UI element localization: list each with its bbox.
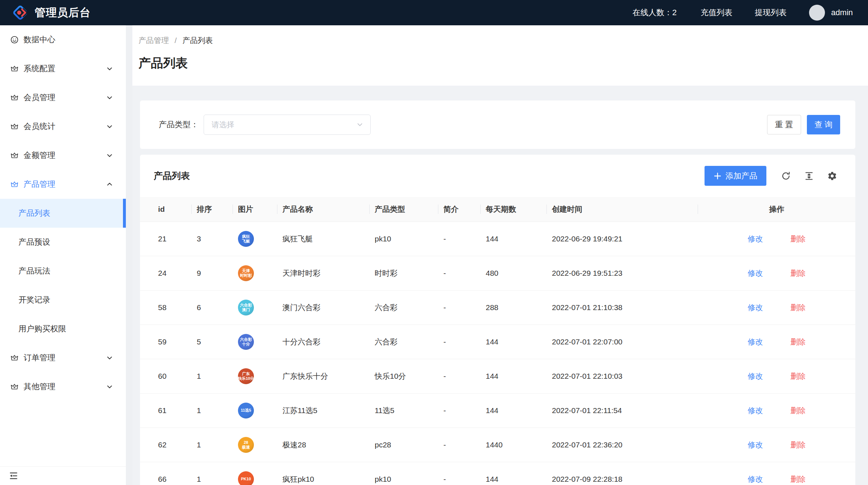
delete-link[interactable]: 删除 xyxy=(791,441,806,449)
density-icon[interactable] xyxy=(804,171,814,181)
edit-link[interactable]: 修改 xyxy=(748,406,763,415)
edit-link[interactable]: 修改 xyxy=(748,303,763,312)
column-header: 产品名称 xyxy=(277,197,370,222)
table-body: 213疯狂飞艇疯狂飞艇pk10-1442022-06-29 19:49:21修改… xyxy=(140,222,855,485)
sidebar-subitem-user-purchase-permission[interactable]: 用户购买权限 xyxy=(0,314,126,343)
product-table: id排序图片产品名称产品类型简介每天期数创建时间操作 213疯狂飞艇疯狂飞艇pk… xyxy=(140,197,855,485)
cell-intro: - xyxy=(438,462,481,485)
product-image: 六合彩十分 xyxy=(238,334,254,350)
sidebar-subitem-product-play[interactable]: 产品玩法 xyxy=(0,257,126,286)
cell-type: 11选5 xyxy=(370,393,438,428)
chevron-down-icon xyxy=(106,354,114,362)
column-header: 创建时间 xyxy=(547,197,698,222)
sidebar-item-other-management[interactable]: 其他管理 xyxy=(0,372,126,401)
edit-link[interactable]: 修改 xyxy=(748,338,763,346)
app-title: 管理员后台 xyxy=(35,5,91,20)
crown-icon xyxy=(10,93,19,102)
product-image: 11选5 xyxy=(238,403,254,419)
cell-actions: 修改删除 xyxy=(698,325,855,359)
recharge-list-link[interactable]: 充值列表 xyxy=(701,7,732,18)
sidebar-item-member-management[interactable]: 会员管理 xyxy=(0,83,126,112)
sidebar-subitem-product-presets[interactable]: 产品预设 xyxy=(0,228,126,257)
cell-actions: 修改删除 xyxy=(698,290,855,325)
cell-created: 2022-06-29 19:51:23 xyxy=(547,256,698,290)
search-button[interactable]: 查 询 xyxy=(807,115,840,134)
edit-link[interactable]: 修改 xyxy=(748,235,763,243)
user-menu[interactable]: admin xyxy=(809,5,853,21)
reset-button[interactable]: 重 置 xyxy=(767,115,801,134)
brand[interactable]: 管理员后台 xyxy=(12,4,91,21)
cell-id: 59 xyxy=(140,325,192,359)
add-product-button[interactable]: 添加产品 xyxy=(705,166,766,186)
select-placeholder: 请选择 xyxy=(212,120,234,130)
crown-icon xyxy=(10,151,19,160)
settings-gear-icon[interactable] xyxy=(827,171,837,181)
edit-link[interactable]: 修改 xyxy=(748,441,763,449)
delete-link[interactable]: 删除 xyxy=(791,406,806,415)
sidebar-subitem-product-list[interactable]: 产品列表 xyxy=(0,199,126,228)
crown-icon xyxy=(10,180,19,189)
delete-link[interactable]: 删除 xyxy=(791,235,806,243)
edit-link[interactable]: 修改 xyxy=(748,475,763,483)
cell-actions: 修改删除 xyxy=(698,462,855,485)
cell-created: 2022-07-01 22:10:03 xyxy=(547,359,698,393)
edit-link[interactable]: 修改 xyxy=(748,269,763,277)
cell-image: 六合彩澳门 xyxy=(233,290,277,325)
cell-image: 广东快乐10分 xyxy=(233,359,277,393)
sidebar-item-system-config[interactable]: 系统配置 xyxy=(0,54,126,83)
delete-link[interactable]: 删除 xyxy=(791,475,806,483)
column-header: 图片 xyxy=(233,197,277,222)
chevron-down-icon xyxy=(106,123,114,130)
sidebar-subitem-lottery-records[interactable]: 开奖记录 xyxy=(0,286,126,314)
cell-actions: 修改删除 xyxy=(698,359,855,393)
table-card-header: 产品列表 添加产品 xyxy=(140,155,855,197)
sidebar-scrollbar[interactable] xyxy=(126,25,132,485)
cell-intro: - xyxy=(438,325,481,359)
sidebar-item-order-management[interactable]: 订单管理 xyxy=(0,343,126,372)
sidebar-item-label: 其他管理 xyxy=(24,381,106,392)
cell-periods: 144 xyxy=(481,222,547,256)
cell-actions: 修改删除 xyxy=(698,393,855,428)
sidebar-item-product-management[interactable]: 产品管理 xyxy=(0,170,126,199)
sidebar-menu: 数据中心系统配置会员管理会员统计金额管理产品管理产品列表产品预设产品玩法开奖记录… xyxy=(0,25,126,401)
cell-id: 24 xyxy=(140,256,192,290)
delete-link[interactable]: 删除 xyxy=(791,372,806,380)
withdraw-list-link[interactable]: 提现列表 xyxy=(755,7,787,18)
delete-link[interactable]: 删除 xyxy=(791,269,806,277)
cell-image: 六合彩十分 xyxy=(233,325,277,359)
table-row: 661PK10疯狂pk10pk10-1442022-07-09 22:28:18… xyxy=(140,462,855,485)
cell-periods: 144 xyxy=(481,325,547,359)
product-type-select[interactable]: 请选择 xyxy=(204,115,371,135)
cell-intro: - xyxy=(438,393,481,428)
delete-link[interactable]: 删除 xyxy=(791,338,806,346)
refresh-icon[interactable] xyxy=(781,171,791,181)
table-row: 595六合彩十分十分六合彩六合彩-1442022-07-01 22:07:00修… xyxy=(140,325,855,359)
cell-created: 2022-07-01 22:07:00 xyxy=(547,325,698,359)
sidebar-item-member-stats[interactable]: 会员统计 xyxy=(0,112,126,141)
breadcrumb-current: 产品列表 xyxy=(183,36,213,44)
cell-image: PK10 xyxy=(233,462,277,485)
cell-name: 极速28 xyxy=(277,428,370,462)
crown-icon xyxy=(10,122,19,131)
crown-icon xyxy=(10,382,19,391)
sidebar-item-data-center[interactable]: 数据中心 xyxy=(0,25,126,54)
table-row: 249天津时时彩天津时时彩时时彩-4802022-06-29 19:51:23修… xyxy=(140,256,855,290)
edit-link[interactable]: 修改 xyxy=(748,372,763,380)
sidebar-item-label: 会员统计 xyxy=(24,121,106,132)
plus-icon xyxy=(714,172,722,180)
cell-id: 21 xyxy=(140,222,192,256)
collapse-sidebar-icon[interactable] xyxy=(9,471,18,481)
cell-sort: 5 xyxy=(192,325,233,359)
cell-sort: 1 xyxy=(192,393,233,428)
sidebar-item-amount-management[interactable]: 金额管理 xyxy=(0,141,126,170)
breadcrumb-parent[interactable]: 产品管理 xyxy=(139,36,169,44)
cell-type: 六合彩 xyxy=(370,290,438,325)
cell-type: 快乐10分 xyxy=(370,359,438,393)
cell-image: 疯狂飞艇 xyxy=(233,222,277,256)
filter-actions: 重 置 查 询 xyxy=(767,115,840,134)
cell-periods: 1440 xyxy=(481,428,547,462)
cell-intro: - xyxy=(438,290,481,325)
cell-periods: 144 xyxy=(481,393,547,428)
sidebar-item-label: 金额管理 xyxy=(24,150,106,161)
delete-link[interactable]: 删除 xyxy=(791,303,806,312)
